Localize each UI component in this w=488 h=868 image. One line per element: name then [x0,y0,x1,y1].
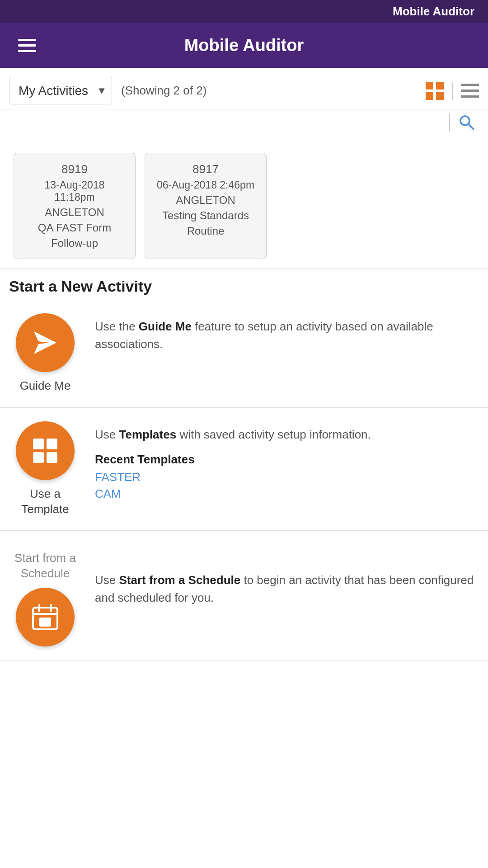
svg-rect-18 [39,618,51,627]
recent-templates-title: Recent Templates [95,453,479,467]
card-date: 13-Aug-2018 11:18pm [25,179,124,203]
guide-me-description: Use the Guide Me feature to setup an act… [95,318,479,353]
start-schedule-label-top: Start from aSchedule [14,551,76,581]
svg-rect-3 [436,92,444,100]
svg-rect-6 [461,95,479,98]
svg-line-8 [469,124,474,129]
card-id: 8917 [156,162,255,176]
grid-view-icon[interactable] [426,82,444,100]
start-schedule-content: Use Start from a Schedule to begin an ac… [81,544,479,607]
card-location: ANGLETON [25,206,124,219]
start-schedule-row: Start from aSchedule Use Start from a Sc… [0,531,488,660]
filter-dropdown-wrapper: My Activities All Activities ▼ [9,77,112,104]
start-schedule-button[interactable] [16,588,75,646]
search-button[interactable] [458,114,474,134]
filter-bar: My Activities All Activities ▼ (Showing … [0,68,488,109]
app-name-status: Mobile Auditor [393,5,474,19]
card-title: Testing Standards [156,209,255,222]
activity-card[interactable]: 8919 13-Aug-2018 11:18pm ANGLETON QA FAS… [14,153,136,259]
svg-marker-9 [34,331,56,354]
header: Mobile Auditor [0,23,488,68]
svg-rect-11 [47,439,57,449]
svg-rect-4 [461,84,479,86]
svg-rect-10 [33,439,44,449]
guide-me-icon-col: Guide Me [9,313,81,394]
svg-rect-13 [47,452,57,463]
guide-me-label: Guide Me [20,378,71,394]
list-view-icon[interactable] [461,82,479,100]
use-template-content: Use Templates with saved activity setup … [81,421,479,501]
guide-me-row: Guide Me Use the Guide Me feature to set… [0,300,488,408]
showing-count: (Showing 2 of 2) [121,84,206,98]
header-title: Mobile Auditor [50,36,438,55]
status-bar: Mobile Auditor [0,0,488,23]
guide-me-content: Use the Guide Me feature to setup an act… [81,313,479,353]
search-divider [449,114,450,132]
activity-cards-container: 8919 13-Aug-2018 11:18pm ANGLETON QA FAS… [0,139,488,268]
svg-rect-5 [461,90,479,92]
card-type: Routine [156,225,255,237]
guide-me-button[interactable] [16,313,75,372]
search-bar-row [0,109,488,139]
template-link-faster[interactable]: FASTER [95,470,479,484]
card-location: ANGLETON [156,194,255,207]
template-link-cam[interactable]: CAM [95,487,479,501]
use-template-description: Use Templates with saved activity setup … [95,426,479,443]
svg-rect-2 [426,92,433,100]
svg-rect-12 [33,452,44,463]
card-id: 8919 [25,162,124,176]
use-template-button[interactable] [16,421,75,480]
new-activity-section-header: Start a New Activity [0,268,488,300]
card-date: 06-Aug-2018 2:46pm [156,179,255,191]
use-template-row: Use aTemplate Use Templates with saved a… [0,408,488,531]
card-type: Follow-up [25,237,124,250]
card-title: QA FAST Form [25,222,124,234]
svg-rect-1 [436,82,444,90]
use-template-label: Use aTemplate [21,486,69,517]
view-divider [452,82,453,100]
filter-dropdown[interactable]: My Activities All Activities [9,77,112,104]
hamburger-menu-button[interactable] [18,39,36,52]
view-icons [426,82,479,100]
use-template-icon-col: Use aTemplate [9,421,81,517]
start-schedule-icon-col: Start from aSchedule [9,544,81,646]
recent-templates: Recent Templates FASTER CAM [95,453,479,501]
svg-rect-0 [426,82,433,90]
start-schedule-description: Use Start from a Schedule to begin an ac… [95,571,479,607]
activity-card[interactable]: 8917 06-Aug-2018 2:46pm ANGLETON Testing… [145,153,267,259]
